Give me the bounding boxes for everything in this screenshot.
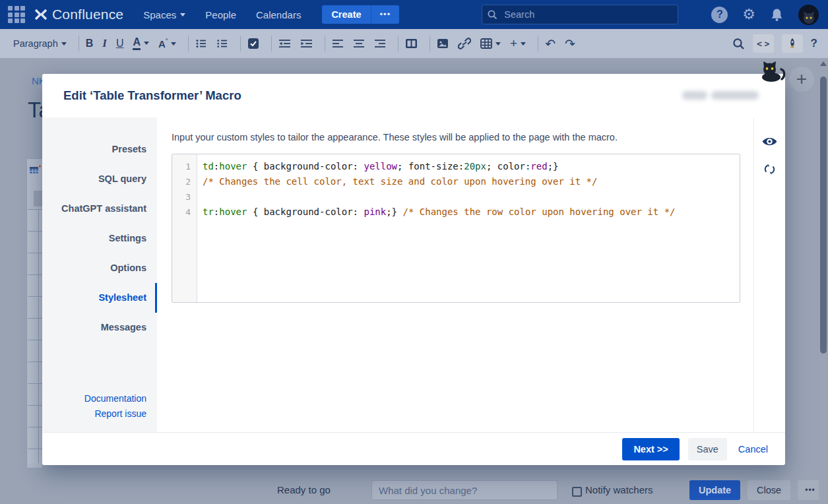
css-code-editor[interactable]: 1234 td:hover { background-color: yellow… bbox=[172, 154, 740, 303]
user-avatar[interactable] bbox=[798, 5, 819, 25]
dialog-sidebar: Presets SQL query ChatGPT assistant Sett… bbox=[42, 117, 157, 432]
bullet-list-button[interactable] bbox=[195, 38, 207, 49]
nav-calendars[interactable]: Calendars bbox=[256, 9, 301, 20]
cancel-button[interactable]: Cancel bbox=[736, 438, 771, 460]
create-more-button[interactable]: ••• bbox=[371, 5, 400, 24]
search-input[interactable] bbox=[503, 9, 651, 20]
table-transformer-macro-icon bbox=[30, 165, 42, 177]
refresh-icon[interactable] bbox=[763, 163, 776, 178]
chevron-down-icon bbox=[144, 42, 149, 45]
page-scrollbar[interactable] bbox=[819, 58, 827, 504]
sidebar-item-sql-query[interactable]: SQL query bbox=[42, 164, 157, 194]
align-left-button[interactable] bbox=[332, 38, 344, 49]
sidebar-item-chatgpt-assistant[interactable]: ChatGPT assistant bbox=[42, 194, 157, 224]
page-layout-button[interactable] bbox=[405, 38, 418, 49]
nav-spaces[interactable]: Spaces bbox=[143, 9, 185, 20]
save-button[interactable]: Save bbox=[688, 438, 727, 460]
insert-more-dropdown[interactable]: + bbox=[510, 36, 526, 51]
task-list-button[interactable] bbox=[247, 38, 259, 49]
undo-button[interactable]: ↶ bbox=[545, 36, 556, 51]
sidebar-item-presets[interactable]: Presets bbox=[42, 135, 157, 164]
help-icon[interactable]: ? bbox=[711, 7, 728, 23]
sidebar-item-options[interactable]: Options bbox=[42, 253, 157, 283]
chevron-down-icon bbox=[171, 42, 176, 46]
brand-name[interactable]: Confluence bbox=[52, 7, 123, 22]
notifications-bell-icon[interactable] bbox=[770, 8, 784, 22]
sidebar-item-stylesheet[interactable]: Stylesheet bbox=[42, 283, 157, 313]
app-switcher-icon[interactable] bbox=[8, 6, 25, 23]
cat-mascot-icon bbox=[757, 61, 786, 84]
chevron-down-icon bbox=[521, 42, 526, 46]
sidebar-item-settings[interactable]: Settings bbox=[42, 224, 157, 253]
stylesheet-panel: Input your custom styles to tailor the a… bbox=[157, 117, 753, 432]
preview-eye-icon[interactable] bbox=[762, 136, 777, 150]
chevron-down-icon bbox=[180, 13, 185, 16]
edit-macro-dialog: Edit ‘Table Transformer’ Macro Presets S… bbox=[42, 74, 785, 465]
nav-people[interactable]: People bbox=[205, 9, 236, 20]
change-comment-input[interactable] bbox=[371, 480, 557, 500]
rocket-addon-button[interactable] bbox=[782, 34, 803, 53]
numbered-list-button[interactable] bbox=[216, 38, 228, 49]
insert-table-dropdown[interactable] bbox=[480, 38, 501, 49]
sidebar-item-messages[interactable]: Messages bbox=[42, 313, 157, 342]
redo-button[interactable]: ↷ bbox=[565, 36, 575, 51]
align-right-button[interactable] bbox=[374, 38, 386, 49]
find-replace-icon[interactable] bbox=[732, 38, 745, 50]
dimmed-table-fragment bbox=[28, 209, 42, 463]
stylesheet-description: Input your custom styles to tailor the a… bbox=[172, 132, 740, 142]
code-lines[interactable]: td:hover { background-color: yellow; fon… bbox=[197, 154, 676, 302]
global-search[interactable] bbox=[482, 5, 678, 24]
editor-toolbar: Paragraph B I U A A° bbox=[0, 29, 828, 58]
indent-button[interactable] bbox=[300, 38, 313, 49]
documentation-link[interactable]: Documentation bbox=[42, 391, 146, 406]
chevron-down-icon bbox=[61, 42, 67, 46]
report-issue-link[interactable]: Report issue bbox=[42, 406, 146, 422]
dimmed-toolbar-fragment bbox=[34, 191, 42, 206]
outdent-button[interactable] bbox=[278, 38, 291, 49]
chevron-down-icon bbox=[495, 42, 501, 46]
gear-icon[interactable]: ⚙ bbox=[742, 7, 755, 22]
search-icon bbox=[488, 10, 497, 20]
confluence-logo-icon[interactable] bbox=[34, 9, 48, 20]
scrollbar-up-arrow[interactable] bbox=[820, 61, 827, 66]
source-editor-button[interactable]: < > bbox=[753, 34, 774, 53]
more-text-styles-dropdown[interactable]: A° bbox=[158, 38, 176, 49]
create-button[interactable]: Create bbox=[322, 5, 370, 24]
insert-link-button[interactable] bbox=[458, 38, 471, 49]
editor-help-button[interactable]: ? bbox=[811, 37, 817, 50]
macro-panel-edge bbox=[26, 158, 42, 468]
notify-watchers-checkbox[interactable] bbox=[572, 487, 582, 497]
text-color-dropdown[interactable]: A bbox=[133, 37, 149, 50]
dialog-title: Edit ‘Table Transformer’ Macro bbox=[63, 88, 241, 103]
dialog-header: Edit ‘Table Transformer’ Macro bbox=[42, 74, 785, 117]
scrollbar-thumb[interactable] bbox=[820, 77, 827, 354]
next-button[interactable]: Next >> bbox=[622, 438, 679, 460]
dialog-side-actions bbox=[753, 117, 785, 432]
blurred-version-text bbox=[682, 91, 759, 100]
italic-button[interactable]: I bbox=[102, 37, 107, 50]
top-navigation: Confluence Spaces People Calendars Creat… bbox=[0, 0, 828, 29]
dialog-footer: Next >> Save Cancel bbox=[42, 432, 785, 465]
bold-button[interactable]: B bbox=[86, 38, 94, 49]
underline-button[interactable]: U bbox=[116, 38, 124, 49]
status-text: Ready to go bbox=[277, 480, 331, 500]
align-center-button[interactable] bbox=[353, 38, 365, 49]
insert-image-button[interactable] bbox=[437, 38, 449, 49]
update-button[interactable]: Update bbox=[689, 480, 740, 500]
paragraph-style-dropdown[interactable]: Paragraph bbox=[13, 38, 67, 49]
insert-plus-button[interactable]: + bbox=[789, 67, 814, 92]
code-gutter: 1234 bbox=[172, 154, 197, 302]
notify-watchers-label: Notify watchers bbox=[585, 480, 653, 500]
close-button[interactable]: Close bbox=[748, 480, 790, 500]
